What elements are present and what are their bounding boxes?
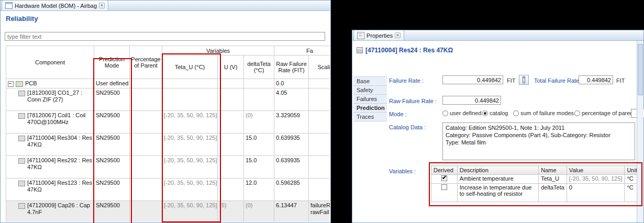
cell-value: [-20, 35, 50, 90, 125] [567,175,625,184]
cell-raw-failure-rate: 3.329059 [274,111,309,133]
failure-rate-input[interactable] [442,75,503,84]
column-header-percentage-of-parent[interactable]: Percentage of Parent [130,46,162,79]
cell-percentage [130,133,162,156]
cell-prediction-mode: SN29500 [94,156,130,179]
total-failure-rate-label: Total Failure Rate : [534,77,582,84]
table-row-res292[interactable]: [47110004] Res292 : Res47KΩ SN29500 [-20… [6,156,330,179]
checkbox-unchecked-icon[interactable] [441,184,447,190]
column-header-raw-failure-rate[interactable]: Raw Failure Rate (FIT) [274,55,309,79]
nav-item-failures[interactable]: Failures [353,95,387,104]
cell-delta-teta [244,79,274,88]
nav-item-traces[interactable]: Traces [353,113,387,121]
column-header-delta-teta[interactable]: deltaTeta (°C) [244,55,274,79]
cell-raw-failure-rate: 0.596285 [274,179,309,201]
cell-delta-teta: (0) [244,201,274,222]
cell-component: PCB [6,79,94,88]
cell-teta-u: [-20, 35, 50, 90, 125] [162,179,218,201]
cell-u [218,111,244,133]
cell-teta-u [162,88,218,111]
properties-view-icon [357,32,364,39]
radio-user-defined[interactable]: user defined [442,110,482,116]
column-header-scaling[interactable]: Scaling [309,55,330,79]
radio-icon [442,110,448,116]
scrollbar-thumb[interactable] [638,44,643,95]
nav-item-safety[interactable]: Safety [353,86,387,95]
table-row-cap26[interactable]: [47120009] Cap26 : Cap4.7nF SN29500 [-20… [6,201,330,222]
cell-description: Increase in temperature due to self-heat… [457,184,538,202]
column-header-u[interactable]: U (V) [218,55,244,79]
close-icon[interactable]: ✕ [99,3,105,8]
cell-prediction-mode: User defined [94,79,130,88]
nav-item-base[interactable]: Base [353,76,387,86]
column-header-derived[interactable]: Derived [431,166,458,175]
column-header-prediction-mode[interactable]: Prediction Mode [94,46,130,79]
raw-failure-rate-input[interactable] [442,96,501,105]
radio-icon [482,110,488,116]
cell-scaling [309,156,330,179]
cell-raw-failure-rate: 0.639935 [274,156,309,179]
total-failure-rate-unit: FIT [616,77,625,84]
cell-scaling: failureRrawFail [309,201,330,222]
filter-input[interactable] [5,32,325,41]
table-row-res123[interactable]: [47110004] Res123 : Res47KΩ SN29500 [-20… [6,179,330,201]
table-row-pcb[interactable]: PCB User defined 0.0 [6,79,330,88]
catalog-data-label: Catalog Data : [389,124,426,130]
properties-view: Properties ✕ [47110004] Res24 : Res 47KΩ… [352,30,644,223]
component-icon [357,47,363,53]
column-header-value[interactable]: Value [567,166,625,175]
cell-prediction-mode: SN29500 [94,201,130,222]
catalog-line: Catalog: Edition SN29500-1, Note 1: July… [446,124,632,131]
mode-label: Mode : [389,111,407,117]
vertical-scrollbar[interactable] [637,41,643,222]
bom-view-icon [5,2,13,9]
catalog-data-text[interactable]: Catalog: Edition SN29500-1, Note 1: July… [442,122,635,160]
nav-item-prediction[interactable]: Prediction [353,104,387,113]
part-icon [18,91,25,96]
cell-scaling [309,133,330,156]
table-row-coil1[interactable]: [78120067] Coil1 : Coil470Ω@100MHz SN295… [6,111,330,133]
radio-percentage-of-parent[interactable]: percentage of parent: [574,110,637,116]
raw-failure-rate-label: Raw Failure Rate : [389,98,437,104]
column-header-component[interactable]: Component [6,46,94,79]
column-header-name[interactable]: Name [539,166,567,175]
cell-delta-teta: 12.0 [244,179,274,201]
selected-component-title: [47110004] Res24 : Res 47KΩ [357,47,453,54]
cell-prediction-mode: SN29500 [94,179,130,201]
tab-title: Properties [367,32,393,39]
cell-percentage [130,111,162,133]
radio-icon [513,110,519,116]
cell-value: 0 [567,184,625,202]
cell-derived [431,175,458,184]
column-header-description[interactable]: Description [457,166,538,175]
calculator-icon [523,76,525,83]
failure-rate-label: Failure Rate : [389,77,424,84]
bom-tabbar: Hardware Model (BOM) - Airbag ✕ [1,1,330,11]
cell-scaling [309,179,330,201]
total-failure-rate-input[interactable] [579,75,613,84]
variable-row-teta-u[interactable]: Ambient temperature Teta_U [-20, 35, 50,… [431,175,643,184]
catalog-line: Type: Metal film [446,139,632,146]
cell-delta-teta: (0) [244,111,274,133]
part-icon [18,113,25,119]
cell-percentage [130,79,162,88]
column-header-teta-u[interactable]: Teta_U (°C) [162,55,218,79]
cell-percentage [130,179,162,201]
close-icon[interactable]: ✕ [395,32,401,38]
part-icon [18,158,25,164]
recalculate-button[interactable] [519,75,529,85]
variable-row-delta-teta[interactable]: Increase in temperature due to self-heat… [431,184,643,202]
tab-hardware-model-bom[interactable]: Hardware Model (BOM) - Airbag ✕ [2,0,108,10]
group-header-variables: Variables [162,46,274,55]
tab-properties[interactable]: Properties ✕ [353,30,404,40]
radio-catalog[interactable]: catalog [482,110,508,116]
cell-description: Ambient temperature [457,175,538,184]
cell-component: [18120003] CO1_27 :Conn ZIF (27) [6,88,94,111]
checkbox-checked-icon[interactable] [441,175,447,181]
cell-percentage [130,88,162,111]
radio-sum-of-failure-modes[interactable]: sum of failure modes [513,110,574,116]
cell-prediction-mode: SN29500 [94,88,130,111]
cell-prediction-mode: SN29500 [94,133,130,156]
table-row-res304[interactable]: [47110004] Res304 : Res47KΩ SN29500 [-20… [6,133,330,156]
table-row-co1-27[interactable]: [18120003] CO1_27 :Conn ZIF (27) SN29500… [6,88,330,111]
collapse-icon[interactable] [8,81,14,87]
